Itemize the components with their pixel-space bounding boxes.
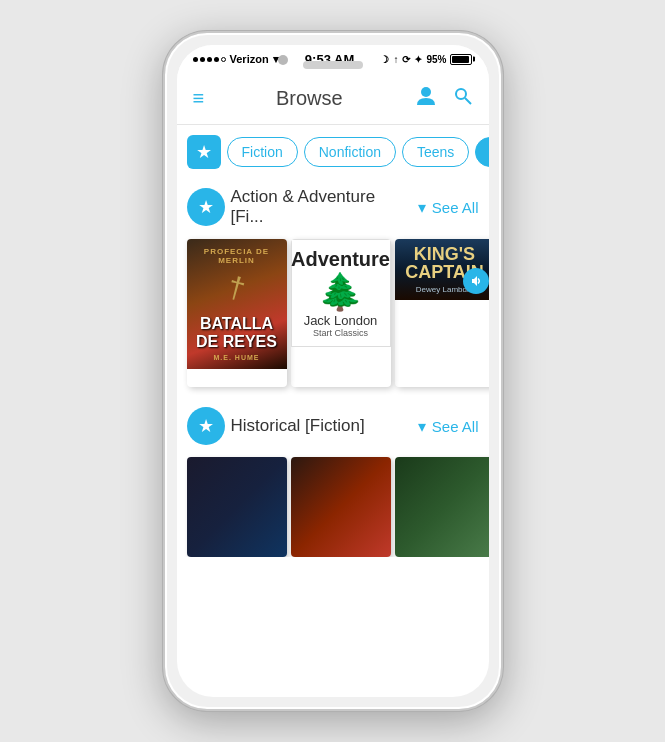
star-icon: ★ <box>196 141 212 163</box>
book-adventure[interactable]: Adventure 🌲 Jack London Start Classics <box>291 239 391 387</box>
book-author-batalla: M.E. HUME <box>214 354 260 361</box>
battery-icon <box>450 54 472 65</box>
section2-chevron-icon[interactable]: ▾ <box>418 417 426 436</box>
see-all-historical[interactable]: See All <box>432 418 479 435</box>
svg-line-2 <box>465 98 471 104</box>
moon-icon: ☽ <box>380 54 389 65</box>
section2-star-badge: ★ <box>187 407 225 445</box>
nav-bar: ≡ Browse <box>177 73 489 125</box>
book-title-batalla: BATALLADE REYES <box>196 315 277 350</box>
search-button[interactable] <box>453 86 473 112</box>
book-historical-3[interactable] <box>395 457 489 557</box>
page-title: Browse <box>276 87 343 110</box>
status-right: ☽ ↑ ⟳ ✦ 95% <box>380 54 472 65</box>
book-author-adventure: Jack London <box>304 313 378 328</box>
section2-title: Historical [Fiction] <box>231 416 412 436</box>
section-star-icon: ★ <box>198 196 214 218</box>
section-chevron-icon[interactable]: ▾ <box>418 198 426 217</box>
tab-nonfiction[interactable]: Nonfiction <box>304 137 396 167</box>
bluetooth-icon: ✦ <box>414 54 422 65</box>
sword-decoration: † <box>224 269 249 306</box>
signal-dots <box>193 57 226 62</box>
phone-speaker <box>303 61 363 69</box>
battery-fill <box>452 56 468 63</box>
phone-camera <box>278 55 288 65</box>
location-icon: ↑ <box>393 54 398 65</box>
book-publisher-adventure: Start Classics <box>313 328 368 338</box>
book-kings-captain[interactable]: King'sCaptain Dewey Lambdin <box>395 239 489 387</box>
book-historical-1[interactable] <box>187 457 287 557</box>
book-batalla[interactable]: PROFECIA DE MERLIN † BATALLADE REYES M.E… <box>187 239 287 387</box>
book-title-adventure: Adventure <box>291 248 390 271</box>
nav-right-actions <box>415 85 473 113</box>
book-series: PROFECIA DE MERLIN <box>195 247 279 265</box>
book-shelf-historical <box>177 453 489 557</box>
profile-button[interactable] <box>415 85 437 113</box>
tab-teens[interactable]: Teens <box>402 137 469 167</box>
tab-kids[interactable]: Kids <box>475 137 488 167</box>
tab-fiction[interactable]: Fiction <box>227 137 298 167</box>
book-tree-decoration: 🌲 <box>318 271 363 313</box>
phone-screen: Verizon ▾ 9:53 AM ☽ ↑ ⟳ ✦ 95% ≡ Browse <box>177 45 489 697</box>
see-all-action[interactable]: See All <box>432 199 479 216</box>
section-title: Action & Adventure [Fi... <box>231 187 412 227</box>
menu-button[interactable]: ≡ <box>193 87 205 110</box>
battery-percent: 95% <box>426 54 446 65</box>
book-historical-2[interactable] <box>291 457 391 557</box>
action-adventure-header: ★ Action & Adventure [Fi... ▾ See All <box>177 179 489 235</box>
tab-starred[interactable]: ★ <box>187 135 221 169</box>
audio-badge <box>463 268 489 294</box>
carrier-label: Verizon <box>230 53 269 65</box>
category-tabs: ★ Fiction Nonfiction Teens Kids <box>177 125 489 179</box>
rotate-icon: ⟳ <box>402 54 410 65</box>
phone-frame: Verizon ▾ 9:53 AM ☽ ↑ ⟳ ✦ 95% ≡ Browse <box>163 31 503 711</box>
historical-fiction-header: ★ Historical [Fiction] ▾ See All <box>177 399 489 453</box>
section2-star-icon: ★ <box>198 415 214 437</box>
book-shelf-action: PROFECIA DE MERLIN † BATALLADE REYES M.E… <box>177 235 489 397</box>
svg-point-1 <box>456 89 466 99</box>
status-left: Verizon ▾ <box>193 53 279 66</box>
section-star-badge: ★ <box>187 188 225 226</box>
svg-point-0 <box>421 87 431 97</box>
